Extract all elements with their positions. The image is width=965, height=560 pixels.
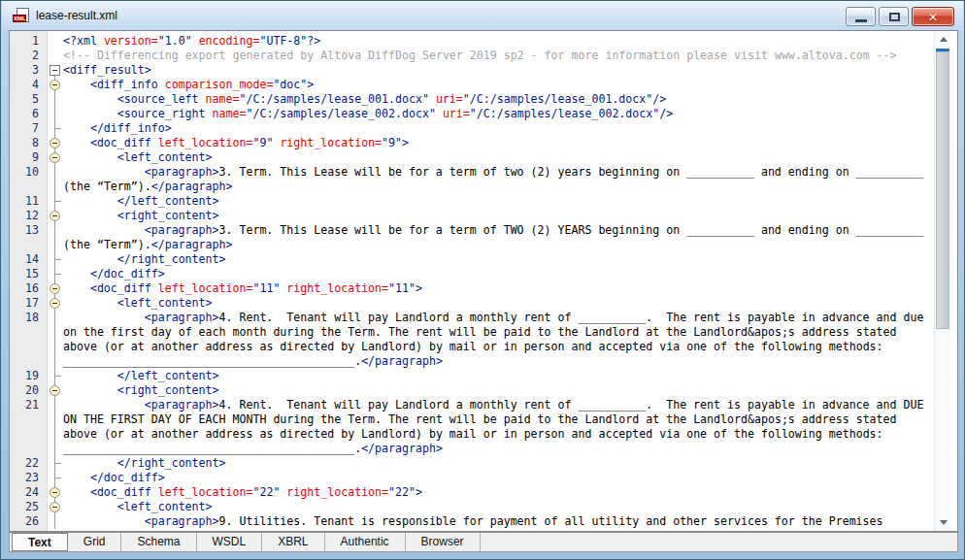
scrollbar-down-button[interactable] bbox=[935, 514, 951, 531]
code-text[interactable]: <paragraph>3. Term. This Lease will be f… bbox=[63, 223, 934, 238]
code-text[interactable]: ________________________________________… bbox=[63, 354, 934, 369]
scrollbar-thumb[interactable] bbox=[936, 51, 949, 329]
line-number bbox=[10, 427, 48, 442]
code-line: 19</left_content> bbox=[10, 369, 934, 383]
line-number bbox=[10, 340, 48, 354]
code-text[interactable]: <left_content> bbox=[63, 500, 934, 514]
code-text[interactable]: above (or at another address as directed… bbox=[63, 340, 934, 354]
code-line: 17<left_content> bbox=[10, 296, 934, 311]
code-text[interactable]: <doc_diff left_location="22" right_locat… bbox=[63, 485, 934, 500]
code-line: 15</doc_diff> bbox=[10, 267, 934, 281]
fold-collapse-icon[interactable] bbox=[50, 487, 60, 498]
fold-end-tick bbox=[54, 478, 61, 478]
minimize-button[interactable] bbox=[846, 7, 876, 26]
line-number: 2 bbox=[10, 49, 48, 63]
code-text[interactable]: <paragraph>4. Rent. Tenant will pay Land… bbox=[63, 398, 934, 412]
code-text[interactable]: </left_content> bbox=[63, 369, 934, 383]
code-text[interactable]: <diff_result> bbox=[63, 63, 934, 78]
line-number: 18 bbox=[10, 311, 48, 325]
fold-margin bbox=[48, 238, 63, 252]
scrollbar-up-button[interactable] bbox=[935, 31, 951, 48]
code-line: 7</diff_info> bbox=[10, 121, 934, 136]
code-line: 6<source_right name="/C:/samples/lease_0… bbox=[10, 107, 934, 121]
fold-structure-line bbox=[54, 514, 55, 529]
code-text[interactable]: above (or at another address as directed… bbox=[63, 427, 934, 442]
code-text[interactable]: <left_content> bbox=[63, 150, 934, 165]
code-text[interactable]: <!-- Differencing export generated by Al… bbox=[63, 49, 934, 63]
fold-margin bbox=[48, 456, 63, 471]
code-text[interactable]: <paragraph>9. Utilities. Tenant is respo… bbox=[63, 514, 934, 529]
maximize-button[interactable] bbox=[879, 7, 909, 26]
fold-collapse-icon[interactable] bbox=[50, 65, 60, 76]
tab-xbrl[interactable]: XBRL bbox=[262, 533, 324, 551]
code-text[interactable]: (the “Term”).</paragraph> bbox=[63, 180, 934, 194]
tab-wsdl[interactable]: WSDL bbox=[197, 533, 263, 551]
fold-structure-line bbox=[54, 412, 55, 427]
code-text[interactable]: </right_content> bbox=[63, 252, 934, 267]
code-line: 24<doc_diff left_location="22" right_loc… bbox=[10, 485, 934, 500]
code-text[interactable]: (the “Term”).</paragraph> bbox=[63, 238, 934, 252]
line-number bbox=[10, 325, 48, 340]
tab-schema[interactable]: Schema bbox=[121, 533, 196, 551]
fold-structure-line bbox=[54, 238, 55, 252]
code-text[interactable]: </doc_diff> bbox=[63, 471, 934, 485]
fold-margin bbox=[48, 63, 63, 78]
fold-collapse-icon[interactable] bbox=[50, 298, 60, 309]
fold-margin bbox=[48, 427, 63, 442]
tab-authentic[interactable]: Authentic bbox=[325, 533, 406, 551]
tab-grid[interactable]: Grid bbox=[68, 533, 122, 551]
code-text[interactable]: ________________________________________… bbox=[63, 442, 934, 456]
fold-collapse-icon[interactable] bbox=[50, 138, 60, 148]
code-text[interactable]: </left_content> bbox=[63, 194, 934, 209]
code-line: above (or at another address as directed… bbox=[10, 427, 934, 442]
fold-margin bbox=[48, 514, 63, 529]
code-line: 23</doc_diff> bbox=[10, 471, 934, 485]
code-text[interactable]: </doc_diff> bbox=[63, 267, 934, 281]
line-number: 10 bbox=[10, 165, 48, 180]
code-text[interactable]: <left_content> bbox=[63, 296, 934, 311]
code-line: 14</right_content> bbox=[10, 252, 934, 267]
fold-end-tick bbox=[54, 201, 61, 202]
triangle-down-icon bbox=[940, 520, 948, 525]
code-line: 25<left_content> bbox=[10, 500, 934, 514]
line-number: 3 bbox=[10, 63, 48, 78]
fold-structure-line bbox=[54, 325, 55, 340]
fold-collapse-icon[interactable] bbox=[50, 211, 60, 221]
code-text[interactable]: <source_left name="/C:/samples/lease_001… bbox=[63, 92, 934, 107]
fold-collapse-icon[interactable] bbox=[50, 152, 60, 163]
code-text[interactable]: </diff_info> bbox=[63, 121, 934, 136]
code-text[interactable]: <doc_diff left_location="9" right_locati… bbox=[63, 136, 934, 150]
code-text[interactable]: ON THE FIRST DAY OF EACH MONTH during th… bbox=[63, 412, 934, 427]
fold-margin bbox=[48, 296, 63, 311]
tab-text[interactable]: Text bbox=[12, 533, 68, 551]
code-text[interactable]: <diff_info comparison_mode="doc"> bbox=[63, 78, 934, 92]
vertical-scrollbar[interactable] bbox=[934, 31, 950, 531]
code-line: (the “Term”).</paragraph> bbox=[10, 238, 934, 252]
code-text[interactable]: <right_content> bbox=[63, 209, 934, 223]
code-text[interactable]: <source_right name="/C:/samples/lease_00… bbox=[63, 107, 934, 121]
fold-collapse-icon[interactable] bbox=[50, 283, 60, 294]
code-text[interactable]: <right_content> bbox=[63, 383, 934, 398]
close-icon: ✕ bbox=[913, 10, 953, 25]
text-editor[interactable]: 1<?xml version="1.0" encoding="UTF-8"?>2… bbox=[9, 30, 958, 532]
code-line: 4<diff_info comparison_mode="doc"> bbox=[10, 78, 934, 92]
code-text[interactable]: <paragraph>4. Rent. Tenant will pay Land… bbox=[63, 311, 934, 325]
fold-collapse-icon[interactable] bbox=[50, 385, 60, 396]
title-bar[interactable]: XML lease-result.xml ✕ bbox=[2, 1, 963, 30]
code-text[interactable]: <doc_diff left_location="11" right_locat… bbox=[63, 281, 934, 296]
fold-margin bbox=[48, 150, 63, 165]
code-text[interactable]: </right_content> bbox=[63, 456, 934, 471]
fold-collapse-icon[interactable] bbox=[50, 502, 60, 512]
tab-browser[interactable]: Browser bbox=[406, 533, 481, 551]
close-button[interactable]: ✕ bbox=[912, 7, 954, 26]
fold-collapse-icon[interactable] bbox=[50, 80, 60, 90]
fold-end-tick bbox=[54, 128, 61, 129]
code-text[interactable]: <?xml version="1.0" encoding="UTF-8"?> bbox=[63, 34, 934, 49]
code-rows: 1<?xml version="1.0" encoding="UTF-8"?>2… bbox=[10, 31, 934, 531]
code-text[interactable]: <paragraph>3. Term. This Lease will be f… bbox=[63, 165, 934, 180]
minimize-icon bbox=[855, 19, 867, 22]
fold-end-tick bbox=[54, 376, 61, 377]
code-text[interactable]: on the first day of each month during th… bbox=[63, 325, 934, 340]
maximize-icon bbox=[889, 13, 900, 21]
xml-document-icon: XML bbox=[13, 8, 29, 23]
